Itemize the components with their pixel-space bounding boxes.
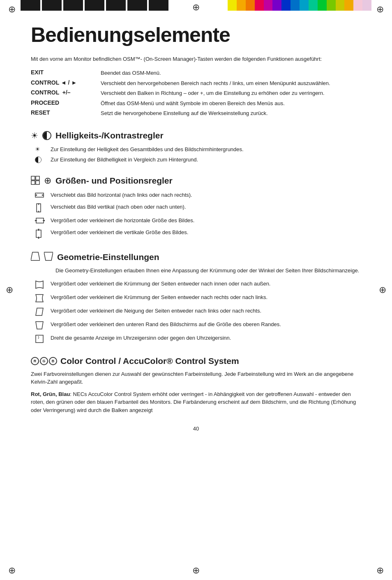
section-color: R G B Color Control / AccuColor® Control… (31, 356, 361, 414)
rgb-icon: R G B (31, 357, 57, 365)
section-helligkeits: ☀ Helligkeits-/Kontrastregler ☀ Zur Eins… (31, 131, 361, 164)
svg-rect-21 (36, 230, 41, 237)
color-item-1: Rot, Grün, Blau: NECs AccuColor Control … (31, 390, 361, 414)
geo-item-3: Vergrößert oder verkleinert die Neigung … (31, 307, 361, 318)
svg-rect-3 (36, 181, 39, 184)
resize-h-icon (35, 216, 46, 226)
groessen-item-2-text: Verschiebt das Bild vertikal (nach oben … (51, 203, 186, 211)
reg-mark-bottom-left: ⊕ (8, 565, 16, 576)
section-header-color: R G B Color Control / AccuColor® Control… (31, 356, 361, 366)
geo1-icon (35, 280, 46, 290)
control-row-proceed: PROCEED Öffnet das OSM-Menü und wählt Sy… (31, 99, 361, 108)
control-row-exit: EXIT Beendet das OSM-Menü. (31, 69, 361, 77)
svg-rect-16 (36, 218, 44, 223)
grid-icon (31, 176, 40, 186)
geo-item-1: Vergrößert oder verkleinert die Krümmung… (31, 280, 361, 290)
svg-rect-0 (31, 176, 35, 180)
resize-v-icon (35, 228, 46, 240)
control-label-exit: EXIT (31, 69, 101, 76)
control-row-plusminus: CONTROL +/– Verschiebt den Balken in Ric… (31, 89, 361, 97)
section-groessen: ⊕ Größen- und Positionsregler Ve (31, 175, 361, 240)
helligkeits-item-1-text: Zur Einstellung der Helligkeit des Gesam… (51, 145, 244, 154)
svg-rect-1 (36, 176, 39, 180)
geo4-icon (35, 320, 46, 331)
contrast-icon (42, 131, 51, 140)
geo-item-4-text: Vergrößert oder verkleinert den unteren … (51, 320, 281, 329)
geo5-icon (35, 334, 46, 345)
section-title-helligkeits: Helligkeits-/Kontrastregler (55, 131, 164, 140)
groessen-item-2: Verschiebt das Bild vertikal (nach oben … (31, 203, 361, 214)
geo-item-3-text: Vergrößert oder verkleinert die Neigung … (51, 307, 261, 315)
groessen-item-1: Verschiebt das Bild horizontal (nach lin… (31, 191, 361, 200)
geo-item-5: Dreht die gesamte Anzeige im Uhrzeigersi… (31, 334, 361, 345)
geometrie-intro: Die Geometry-Einstellungen erlauben Ihne… (31, 267, 361, 275)
page-content: Bedienungselemente Mit den vorne am Moni… (0, 11, 392, 452)
geo-item-4: Vergrößert oder verkleinert den unteren … (31, 320, 361, 331)
geo-item-2: Vergrößert oder verkleinert die Krümmung… (31, 293, 361, 304)
intro-text: Mit den vorne am Monitor befindlichen OS… (31, 55, 361, 63)
control-desc-proceed: Öffnet das OSM-Menü und wählt Symbole im… (101, 99, 361, 108)
control-row-arrows: CONTROL ◄ / ► Verschiebt den hervorgehob… (31, 79, 361, 87)
move-v-icon (35, 203, 46, 214)
geo-item-5-text: Dreht die gesamte Anzeige im Uhrzeigersi… (51, 334, 231, 342)
groessen-item-4-text: Vergrößert oder verkleinert die vertikal… (51, 228, 188, 237)
move-icon: ⊕ (44, 175, 51, 186)
section-title-geometrie: Geometrie-Einstellungen (57, 252, 159, 262)
contrast-small-icon (35, 156, 46, 164)
move-h-icon (35, 191, 46, 200)
sun-small-icon: ☀ (35, 145, 46, 152)
reg-mark-bottom-right: ⊕ (376, 565, 384, 576)
helligkeits-item-2: Zur Einstellung der Bildhelligkeit in Ve… (31, 156, 361, 164)
color-bold-text: Rot, Grün, Blau (31, 391, 70, 397)
color-intro: Zwei Farbvoreinstellungen dienen zur Aus… (31, 370, 361, 386)
control-desc-exit: Beendet das OSM-Menü. (101, 69, 361, 77)
page-title: Bedienungselemente (31, 23, 361, 47)
groessen-item-3-text: Vergrößert oder verkleinert die horizont… (51, 216, 194, 225)
control-label-arrows: CONTROL ◄ / ► (31, 79, 101, 86)
geo-item-2-text: Vergrößert oder verkleinert die Krümmung… (51, 293, 267, 302)
groessen-item-1-text: Verschiebt das Bild horizontal (nach lin… (51, 191, 192, 199)
control-label-reset: RESET (31, 109, 101, 116)
section-geometrie: Geometrie-Einstellungen Die Geometry-Ein… (31, 251, 361, 345)
control-desc-arrows: Verschiebt den hervorgehobenen Bereich n… (101, 79, 361, 87)
section-header-groessen: ⊕ Größen- und Positionsregler (31, 175, 361, 186)
reg-mark-bottom-center: ⊕ (192, 565, 200, 576)
page-number: 40 (31, 426, 361, 432)
geo3-icon (35, 307, 46, 318)
helligkeits-item-2-text: Zur Einstellung der Bildhelligkeit in Ve… (51, 156, 198, 164)
svg-rect-26 (36, 335, 43, 343)
geo-icon-2 (44, 251, 53, 262)
section-title-color: Color Control / AccuColor® Control Syste… (60, 356, 239, 366)
groessen-item-4: Vergrößert oder verkleinert die vertikal… (31, 228, 361, 240)
geo2-icon (35, 293, 46, 304)
controls-table: EXIT Beendet das OSM-Menü. CONTROL ◄ / ►… (31, 69, 361, 117)
control-row-reset: RESET Setzt die hervorgehobene Einstellu… (31, 109, 361, 117)
section-title-groessen: Größen- und Positionsregler (55, 176, 173, 186)
section-header-geometrie: Geometrie-Einstellungen (31, 251, 361, 262)
control-desc-plusminus: Verschiebt den Balken in Richtung – oder… (101, 89, 361, 97)
svg-rect-2 (31, 181, 35, 184)
helligkeits-item-1: ☀ Zur Einstellung der Helligkeit des Ges… (31, 145, 361, 154)
control-desc-reset: Setzt die hervorgehobene Einstellung auf… (101, 109, 361, 117)
section-header-helligkeits: ☀ Helligkeits-/Kontrastregler (31, 131, 361, 140)
groessen-item-3: Vergrößert oder verkleinert die horizont… (31, 216, 361, 226)
geo-icon-1 (31, 251, 40, 262)
control-label-proceed: PROCEED (31, 99, 101, 106)
sun-icon: ☀ (31, 131, 38, 140)
control-label-plusminus: CONTROL +/– (31, 89, 101, 96)
geo-item-1-text: Vergrößert oder verkleinert die Krümmung… (51, 280, 270, 288)
